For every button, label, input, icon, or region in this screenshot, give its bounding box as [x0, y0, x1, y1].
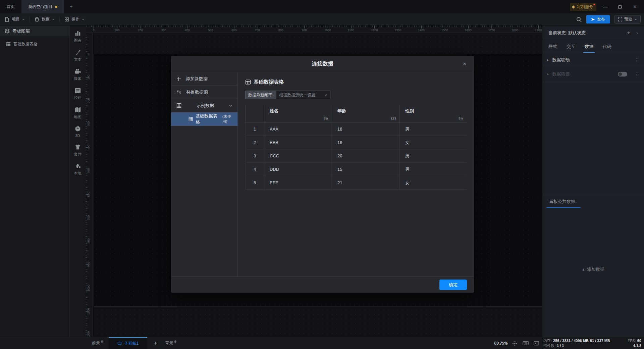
- data-table: 姓名 Str 年龄 123 性别 Str 1AAA18男2BBB19女3CCC2…: [245, 105, 467, 190]
- custom-service-label: 定制服务: [577, 4, 593, 10]
- ruler-label: 1300: [394, 29, 401, 32]
- menu-project[interactable]: 项目: [0, 13, 30, 25]
- minimize-button[interactable]: —: [600, 0, 611, 13]
- circle-plus-icon[interactable]: ⊕: [174, 340, 176, 343]
- confirm-button[interactable]: 确定: [439, 280, 467, 290]
- table-cell: BBB: [264, 136, 332, 149]
- database-icon: [35, 17, 39, 22]
- table-icon: [245, 79, 251, 85]
- table-cell: 20: [332, 149, 399, 162]
- background-button[interactable]: 背景 ⊕: [162, 337, 180, 349]
- shortcut-keys-button[interactable]: [522, 340, 529, 346]
- publish-label: 发布: [597, 16, 605, 22]
- ruler-label: 1200: [87, 330, 90, 337]
- strip-item-map[interactable]: 地图: [74, 106, 82, 119]
- sample-data-item[interactable]: 示例数据: [171, 99, 237, 112]
- menu-item-label: 示例数据: [181, 103, 229, 109]
- custom-service-button[interactable]: ◆ 定制服务: [570, 3, 596, 11]
- unused-badge: (未使用): [222, 114, 235, 124]
- layers-panel-title: 看板图层: [12, 28, 30, 34]
- strip-item-3d[interactable]: 3D: [74, 125, 82, 138]
- statusbar: 前景 ⊕ 子看板1 + 背景 ⊕ 69.79% 内存: 256 / 3831 /…: [0, 337, 644, 349]
- foreground-label: 前景: [92, 340, 100, 346]
- table-row: 5EEE21女: [245, 176, 467, 190]
- strip-item-text[interactable]: 文本: [74, 49, 82, 62]
- section-data-filter[interactable]: ▸ 数据筛选 ⋮: [542, 67, 644, 81]
- state-label: 当前状态:: [548, 30, 567, 36]
- table-cell: DDD: [264, 163, 332, 176]
- replace-data-source-item[interactable]: 替换数据源: [171, 86, 237, 99]
- strip-item-widgets[interactable]: 控件: [74, 87, 82, 100]
- strip-item-media[interactable]: 媒体: [74, 68, 82, 81]
- grid-table-icon: [189, 117, 193, 121]
- panel-list-icon: [74, 87, 82, 94]
- filter-toggle[interactable]: [618, 72, 627, 77]
- current-state-row: 当前状态: 默认状态 + ›: [542, 26, 644, 40]
- fit-screen-button[interactable]: [511, 340, 519, 346]
- search-icon[interactable]: [576, 17, 582, 22]
- publish-button[interactable]: 发布: [586, 15, 610, 23]
- table-header-row: 姓名 Str 年龄 123 性别 Str: [245, 105, 467, 122]
- close-window-button[interactable]: ×: [629, 0, 641, 13]
- tab-data[interactable]: 数据: [585, 40, 593, 53]
- table-cell: 2: [245, 136, 264, 149]
- table-cell: 男: [399, 163, 467, 176]
- ruler-label: 1900: [535, 29, 542, 32]
- modal-menu: 添加新数据 替换数据源 示例数据 基础数据表格 (未使用): [171, 72, 238, 277]
- ruler-label: 600: [231, 29, 236, 32]
- tab-interaction[interactable]: 交互: [567, 40, 575, 53]
- section-label: 数据联动: [552, 57, 570, 63]
- menu-actions[interactable]: 操作: [60, 13, 89, 25]
- restore-button[interactable]: [614, 0, 626, 13]
- ruler-label: 100: [87, 72, 90, 82]
- modal-table-body: 1AAA18男2BBB19女3CCC20男4DDD15男5EEE21女: [245, 122, 467, 190]
- strip-item-charts[interactable]: 图表: [74, 30, 82, 43]
- tab-project[interactable]: 我的空白项目: [21, 0, 64, 13]
- add-state-button[interactable]: +: [627, 30, 630, 36]
- refresh-rate-select[interactable]: 根据数据源统一设置: [276, 91, 330, 99]
- add-board-button[interactable]: +: [149, 337, 162, 349]
- dataset-item-selected[interactable]: 基础数据表格 (未使用): [171, 112, 237, 126]
- new-tab-button[interactable]: +: [64, 0, 78, 13]
- menu-item-label: 添加新数据: [186, 76, 208, 82]
- memory-label: 内存:: [543, 338, 552, 343]
- bar-chart-icon: [74, 30, 82, 37]
- table-cell: 女: [399, 136, 467, 149]
- modal-title: 连接数据: [312, 60, 333, 67]
- ruler-label: 200: [138, 29, 143, 32]
- circle-plus-icon[interactable]: ⊕: [101, 340, 103, 343]
- foreground-button[interactable]: 前景 ⊕: [89, 337, 107, 349]
- dataset-title-row: 基础数据表格: [245, 79, 467, 85]
- section-data-linkage[interactable]: ▸ 数据联动 ⋮: [542, 53, 644, 67]
- kebab-menu-icon[interactable]: ⋮: [635, 71, 639, 77]
- keyboard-icon: [523, 341, 529, 345]
- ruler-label: 800: [278, 29, 283, 32]
- preview-button[interactable]: 预览: [614, 15, 641, 23]
- tab-home[interactable]: 首页: [0, 0, 21, 13]
- table-cell: 21: [332, 176, 399, 189]
- table-cell: 15: [332, 163, 399, 176]
- board-data-section: 看板公共数据: [542, 194, 644, 208]
- kebab-menu-icon[interactable]: ⋮: [635, 57, 639, 63]
- layers-panel-header: 看板图层: [0, 26, 69, 37]
- tab-home-label: 首页: [7, 4, 15, 10]
- tab-code[interactable]: 代码: [603, 40, 611, 53]
- console-button[interactable]: [533, 340, 540, 346]
- strip-item-kit[interactable]: 套件: [74, 143, 82, 157]
- header-cell-name: 姓名 Str: [264, 105, 332, 122]
- strip-item-local[interactable]: 本地: [74, 162, 82, 176]
- tab-style[interactable]: 样式: [548, 40, 557, 53]
- add-new-data-item[interactable]: 添加新数据: [171, 72, 237, 86]
- state-value: 默认状态: [568, 30, 586, 36]
- layer-item-basic-table[interactable]: 基础数据表格: [0, 39, 69, 49]
- number-type-icon: 123: [390, 117, 396, 120]
- menu-data[interactable]: 数据: [30, 13, 59, 25]
- string-type-icon: Str: [324, 117, 328, 120]
- subboard-tab[interactable]: 子看板1: [109, 337, 147, 349]
- close-modal-button[interactable]: ×: [461, 60, 469, 68]
- board-public-data-tab[interactable]: 看板公共数据: [548, 199, 577, 208]
- refresh-rate-row: 数据刷新频率: 根据数据源统一设置: [245, 91, 467, 99]
- add-data-button[interactable]: + 添加数据: [542, 266, 644, 272]
- table-cell: 18: [332, 122, 399, 136]
- expand-states-button[interactable]: ›: [636, 30, 638, 36]
